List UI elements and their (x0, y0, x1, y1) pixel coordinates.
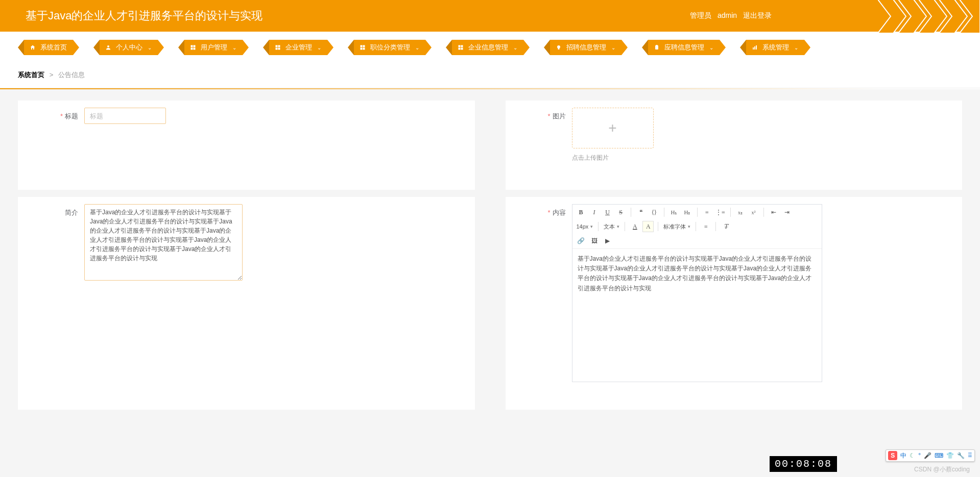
content-label: *内容 (516, 204, 572, 217)
chevron-down-icon: ⌄ (513, 45, 517, 51)
title-label: *标题 (28, 108, 84, 121)
ime-lang[interactable]: 中 (900, 451, 906, 460)
ime-punct-icon[interactable]: ° (918, 452, 921, 459)
svg-rect-14 (361, 45, 363, 47)
grid-icon (274, 44, 281, 51)
svg-rect-26 (753, 47, 754, 49)
editor-toolbar: B I U S ❝ ⟨⟩ H₁ H₂ ≡ ⋮≡ x₂ x² (572, 205, 822, 249)
nav-item-6[interactable]: 招聘信息管理⌄ (544, 40, 628, 55)
nav-item-8[interactable]: 系统管理⌄ (740, 40, 810, 55)
ime-kbd-icon[interactable]: ⌨ (935, 452, 943, 459)
nav-item-4[interactable]: 职位分类管理⌄ (348, 40, 432, 55)
svg-point-22 (557, 45, 560, 48)
header-user-area: 管理员 admin 退出登录 (690, 11, 776, 20)
clip-icon (653, 44, 660, 51)
ime-moon-icon[interactable]: ☾ (910, 452, 915, 459)
nav-item-7[interactable]: 应聘信息管理⌄ (642, 40, 726, 55)
nav-label: 企业信息管理 (468, 43, 508, 52)
chevron-down-icon: ⌄ (415, 45, 419, 51)
link-icon[interactable]: 🔗 (576, 235, 587, 246)
upload-tip: 点击上传图片 (572, 154, 654, 162)
svg-rect-15 (363, 45, 365, 47)
h1-icon[interactable]: H₁ (668, 207, 680, 218)
outdent-icon[interactable]: ⇥ (781, 207, 793, 218)
bold-icon[interactable]: B (576, 207, 587, 218)
sub-icon[interactable]: x₂ (735, 207, 746, 218)
bgcolor-icon[interactable]: A (642, 221, 654, 232)
chevron-down-icon: ⌄ (709, 45, 713, 51)
nav-item-0[interactable]: 系统首页 (18, 40, 79, 55)
list-ul-icon[interactable]: ⋮≡ (715, 207, 726, 218)
ime-mic-icon[interactable]: 🎤 (924, 452, 931, 459)
nav-label: 企业管理 (285, 43, 312, 52)
strike-icon[interactable]: S (615, 207, 627, 218)
nav-item-3[interactable]: 企业管理⌄ (263, 40, 333, 55)
style-select[interactable]: 文本▾ (603, 221, 620, 232)
nav-item-5[interactable]: 企业信息管理⌄ (446, 40, 530, 55)
form-row-1: *标题 *图片 + 点击上传图片 (0, 89, 980, 190)
breadcrumb-home[interactable]: 系统首页 (18, 71, 44, 79)
svg-rect-21 (461, 48, 463, 50)
italic-icon[interactable]: I (589, 207, 600, 218)
panel-image: *图片 + 点击上传图片 (506, 101, 963, 190)
nav-item-1[interactable]: 个人中心⌄ (93, 40, 164, 55)
home-icon (29, 44, 36, 51)
ime-toolbar[interactable]: S 中 ☾ ° 🎤 ⌨ 👕 🔧 ⠿ (886, 449, 975, 462)
panel-content: *内容 B I U S ❝ ⟨⟩ H₁ H₂ ≡ ⋮≡ x₂ (506, 197, 963, 410)
font-select[interactable]: 标准字体▾ (662, 221, 691, 232)
chevron-down-icon: ⌄ (232, 45, 236, 51)
ime-menu-icon[interactable]: ⠿ (968, 452, 972, 459)
nav-label: 个人中心 (116, 43, 142, 52)
svg-rect-19 (461, 45, 463, 47)
svg-rect-24 (655, 45, 658, 49)
h2-icon[interactable]: H₂ (682, 207, 693, 218)
video-icon[interactable]: ▶ (602, 235, 613, 246)
clear-icon[interactable]: T̶ (720, 221, 731, 232)
nav-label: 系统管理 (762, 43, 789, 52)
textcolor-icon[interactable]: A (629, 221, 640, 232)
underline-icon[interactable]: U (602, 207, 613, 218)
quote-icon[interactable]: ❝ (635, 207, 647, 218)
svg-rect-7 (194, 45, 196, 47)
svg-rect-28 (756, 45, 757, 49)
editor-content[interactable]: 基于Java的企业人才引进服务平台的设计与实现基于Java的企业人才引进服务平台… (572, 249, 822, 382)
grid-icon (457, 44, 464, 51)
svg-rect-17 (363, 48, 365, 50)
nav-label: 应聘信息管理 (664, 43, 704, 52)
panel-title: *标题 (18, 101, 475, 190)
list-ol-icon[interactable]: ≡ (702, 207, 713, 218)
svg-rect-6 (191, 45, 193, 47)
chevron-down-icon: ⌄ (794, 45, 798, 51)
header-decor-arrows (878, 0, 980, 33)
recording-timer: 00:08:08 (770, 456, 837, 472)
sup-icon[interactable]: x² (748, 207, 759, 218)
intro-textarea[interactable] (84, 204, 243, 281)
svg-rect-11 (278, 45, 280, 47)
rich-editor: B I U S ❝ ⟨⟩ H₁ H₂ ≡ ⋮≡ x₂ x² (572, 204, 822, 382)
nav-label: 用户管理 (201, 43, 227, 52)
svg-rect-23 (558, 48, 560, 49)
user-icon (105, 44, 112, 51)
title-input[interactable] (84, 108, 166, 124)
svg-rect-16 (361, 48, 363, 50)
intro-label: 简介 (28, 204, 84, 217)
svg-rect-20 (459, 48, 461, 50)
chevron-down-icon: ⌄ (148, 45, 152, 51)
app-header: 基于Java的企业人才引进服务平台的设计与实现 管理员 admin 退出登录 (0, 0, 980, 33)
code-icon[interactable]: ⟨⟩ (649, 207, 660, 218)
image-upload[interactable]: + (572, 108, 654, 148)
form-row-2: 简介 *内容 B I U S ❝ ⟨⟩ H₁ H₂ ≡ (0, 190, 980, 410)
image-icon[interactable]: 🖼 (589, 235, 600, 246)
align-icon[interactable]: ≡ (700, 221, 711, 232)
breadcrumb: 系统首页 > 公告信息 (0, 62, 980, 88)
ime-tool-icon[interactable]: 🔧 (957, 452, 965, 459)
svg-rect-10 (276, 45, 278, 47)
svg-rect-13 (278, 48, 280, 50)
indent-icon[interactable]: ⇤ (768, 207, 779, 218)
nav-item-2[interactable]: 用户管理⌄ (178, 40, 249, 55)
fontsize-select[interactable]: 14px▾ (576, 221, 594, 232)
chevron-down-icon: ⌄ (317, 45, 321, 51)
chevron-down-icon: ⌄ (611, 45, 615, 51)
logout-link[interactable]: 退出登录 (743, 11, 772, 19)
ime-skin-icon[interactable]: 👕 (946, 452, 954, 459)
